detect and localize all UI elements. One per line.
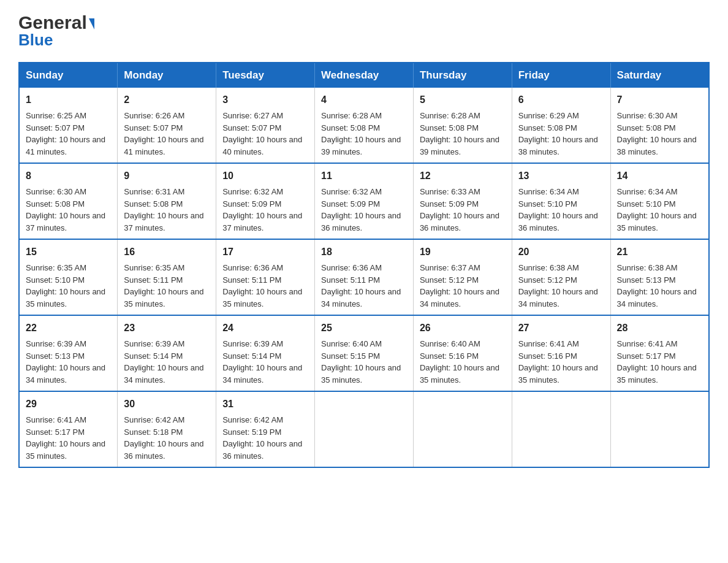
- day-number: 27: [518, 321, 604, 335]
- day-of-week-tuesday: Tuesday: [216, 63, 315, 88]
- day-number: 7: [617, 93, 702, 107]
- day-number: 6: [518, 93, 604, 107]
- calendar-cell: [512, 391, 610, 467]
- calendar-cell: 27Sunrise: 6:41 AMSunset: 5:16 PMDayligh…: [512, 315, 610, 391]
- day-number: 9: [124, 169, 210, 183]
- day-number: 5: [420, 93, 506, 107]
- day-number: 17: [222, 245, 308, 259]
- logo-general: General: [18, 12, 87, 33]
- day-of-week-saturday: Saturday: [610, 63, 709, 88]
- calendar-header-row: SundayMondayTuesdayWednesdayThursdayFrid…: [19, 63, 709, 88]
- day-of-week-monday: Monday: [118, 63, 216, 88]
- day-number: 12: [420, 169, 506, 183]
- calendar-cell: 7Sunrise: 6:30 AMSunset: 5:08 PMDaylight…: [610, 88, 709, 163]
- day-number: 2: [124, 93, 210, 107]
- day-number: 3: [222, 93, 308, 107]
- day-number: 25: [321, 321, 407, 335]
- calendar-cell: [315, 391, 414, 467]
- calendar-cell: 22Sunrise: 6:39 AMSunset: 5:13 PMDayligh…: [19, 315, 118, 391]
- day-number: 10: [222, 169, 308, 183]
- day-number: 13: [518, 169, 604, 183]
- calendar-week-row: 22Sunrise: 6:39 AMSunset: 5:13 PMDayligh…: [19, 315, 709, 391]
- day-number: 21: [617, 245, 702, 259]
- calendar-cell: 3Sunrise: 6:27 AMSunset: 5:07 PMDaylight…: [216, 88, 315, 163]
- calendar-cell: 15Sunrise: 6:35 AMSunset: 5:10 PMDayligh…: [19, 239, 118, 315]
- calendar-cell: [413, 391, 512, 467]
- calendar-cell: 17Sunrise: 6:36 AMSunset: 5:11 PMDayligh…: [216, 239, 315, 315]
- calendar-cell: 29Sunrise: 6:41 AMSunset: 5:17 PMDayligh…: [19, 391, 118, 467]
- day-number: 30: [124, 397, 210, 412]
- calendar-cell: 19Sunrise: 6:37 AMSunset: 5:12 PMDayligh…: [413, 239, 512, 315]
- day-number: 1: [26, 93, 111, 107]
- calendar-cell: 20Sunrise: 6:38 AMSunset: 5:12 PMDayligh…: [512, 239, 610, 315]
- page-header: General Blue: [18, 12, 710, 50]
- calendar-cell: 28Sunrise: 6:41 AMSunset: 5:17 PMDayligh…: [610, 315, 709, 391]
- day-number: 24: [222, 321, 308, 335]
- day-of-week-thursday: Thursday: [413, 63, 512, 88]
- day-number: 26: [420, 321, 506, 335]
- day-number: 8: [26, 169, 111, 183]
- day-of-week-wednesday: Wednesday: [315, 63, 414, 88]
- calendar-cell: 24Sunrise: 6:39 AMSunset: 5:14 PMDayligh…: [216, 315, 315, 391]
- calendar-cell: 4Sunrise: 6:28 AMSunset: 5:08 PMDaylight…: [315, 88, 414, 163]
- calendar-cell: 1Sunrise: 6:25 AMSunset: 5:07 PMDaylight…: [19, 88, 118, 163]
- calendar-cell: 26Sunrise: 6:40 AMSunset: 5:16 PMDayligh…: [413, 315, 512, 391]
- logo-blue: Blue: [18, 31, 53, 50]
- day-of-week-friday: Friday: [512, 63, 610, 88]
- day-number: 29: [26, 397, 111, 412]
- calendar-cell: 25Sunrise: 6:40 AMSunset: 5:15 PMDayligh…: [315, 315, 414, 391]
- calendar-cell: 6Sunrise: 6:29 AMSunset: 5:08 PMDaylight…: [512, 88, 610, 163]
- day-number: 31: [222, 397, 308, 412]
- calendar-week-row: 1Sunrise: 6:25 AMSunset: 5:07 PMDaylight…: [19, 88, 709, 163]
- calendar-cell: 14Sunrise: 6:34 AMSunset: 5:10 PMDayligh…: [610, 163, 709, 239]
- calendar-cell: 8Sunrise: 6:30 AMSunset: 5:08 PMDaylight…: [19, 163, 118, 239]
- calendar-week-row: 8Sunrise: 6:30 AMSunset: 5:08 PMDaylight…: [19, 163, 709, 239]
- calendar-cell: [610, 391, 709, 467]
- calendar-cell: 18Sunrise: 6:36 AMSunset: 5:11 PMDayligh…: [315, 239, 414, 315]
- day-number: 15: [26, 245, 111, 259]
- day-number: 14: [617, 169, 702, 183]
- day-number: 11: [321, 169, 407, 183]
- calendar-cell: 31Sunrise: 6:42 AMSunset: 5:19 PMDayligh…: [216, 391, 315, 467]
- calendar-cell: 12Sunrise: 6:33 AMSunset: 5:09 PMDayligh…: [413, 163, 512, 239]
- calendar-cell: 21Sunrise: 6:38 AMSunset: 5:13 PMDayligh…: [610, 239, 709, 315]
- day-number: 20: [518, 245, 604, 259]
- day-number: 4: [321, 93, 407, 107]
- calendar-table: SundayMondayTuesdayWednesdayThursdayFrid…: [18, 62, 710, 468]
- logo: General Blue: [18, 12, 94, 50]
- calendar-cell: 9Sunrise: 6:31 AMSunset: 5:08 PMDaylight…: [118, 163, 216, 239]
- calendar-cell: 2Sunrise: 6:26 AMSunset: 5:07 PMDaylight…: [118, 88, 216, 163]
- logo-triangle-icon: [89, 18, 94, 29]
- day-number: 28: [617, 321, 702, 335]
- calendar-cell: 13Sunrise: 6:34 AMSunset: 5:10 PMDayligh…: [512, 163, 610, 239]
- day-number: 16: [124, 245, 210, 259]
- day-number: 19: [420, 245, 506, 259]
- day-number: 23: [124, 321, 210, 335]
- calendar-cell: 5Sunrise: 6:28 AMSunset: 5:08 PMDaylight…: [413, 88, 512, 163]
- day-number: 22: [26, 321, 111, 335]
- calendar-cell: 23Sunrise: 6:39 AMSunset: 5:14 PMDayligh…: [118, 315, 216, 391]
- day-number: 18: [321, 245, 407, 259]
- calendar-week-row: 15Sunrise: 6:35 AMSunset: 5:10 PMDayligh…: [19, 239, 709, 315]
- calendar-cell: 30Sunrise: 6:42 AMSunset: 5:18 PMDayligh…: [118, 391, 216, 467]
- calendar-cell: 11Sunrise: 6:32 AMSunset: 5:09 PMDayligh…: [315, 163, 414, 239]
- calendar-week-row: 29Sunrise: 6:41 AMSunset: 5:17 PMDayligh…: [19, 391, 709, 467]
- calendar-cell: 16Sunrise: 6:35 AMSunset: 5:11 PMDayligh…: [118, 239, 216, 315]
- calendar-cell: 10Sunrise: 6:32 AMSunset: 5:09 PMDayligh…: [216, 163, 315, 239]
- day-of-week-sunday: Sunday: [19, 63, 118, 88]
